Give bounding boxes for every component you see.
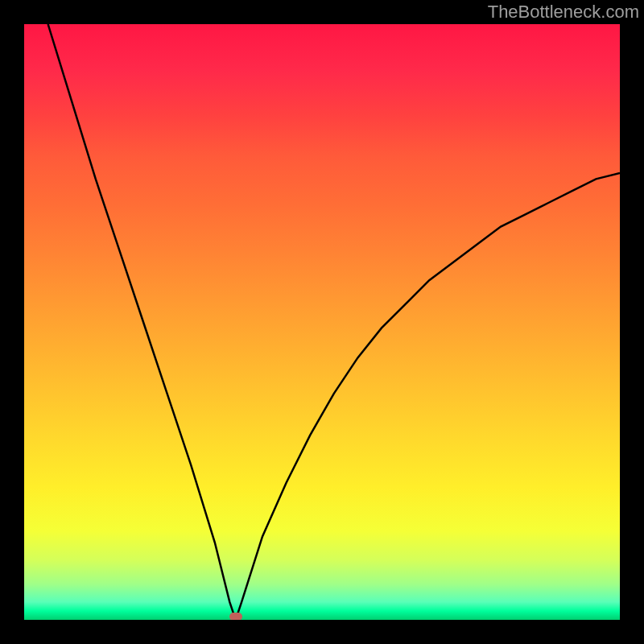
chart-plot-area <box>24 24 620 620</box>
curve-svg <box>24 24 620 620</box>
minimum-marker <box>229 613 242 620</box>
bottleneck-curve <box>48 24 620 620</box>
attribution-text: TheBottleneck.com <box>488 2 639 23</box>
